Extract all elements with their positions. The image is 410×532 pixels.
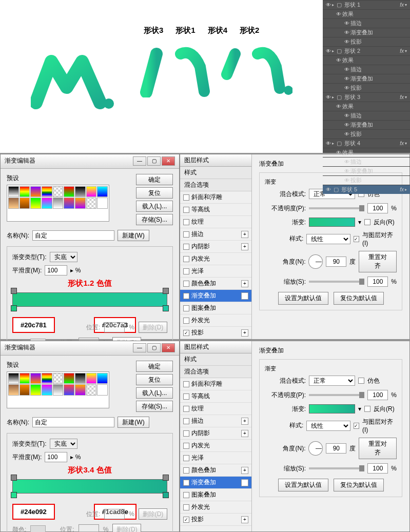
dialog-titlebar[interactable]: 渐变编辑器 — ▢ ✕ bbox=[1, 341, 179, 356]
annotation-text: 形状3.4 色值 bbox=[12, 465, 167, 475]
maximize-button[interactable]: ▢ bbox=[147, 343, 161, 352]
style-list: 图层样式 样式 混合选项 斜面和浮雕 等高线 纹理 描边+ 内阴影+ 内发光 光… bbox=[180, 154, 252, 339]
style-color-overlay[interactable]: 颜色叠加+ bbox=[180, 278, 251, 290]
shape-label-1: 形状1 bbox=[175, 26, 195, 35]
style-select[interactable]: 线性 bbox=[306, 234, 350, 244]
reset-default-button[interactable]: 复位为默认值 bbox=[334, 292, 384, 305]
style-satin[interactable]: 光泽 bbox=[180, 265, 251, 278]
style-drop-shadow[interactable]: ✓投影+ bbox=[180, 327, 251, 339]
layer-shape2[interactable]: 👁▸▢ 形状 2 fx▾ bbox=[323, 46, 410, 55]
opacity-input[interactable] bbox=[367, 203, 388, 213]
smooth-input[interactable] bbox=[45, 265, 67, 275]
gradient-editor-dialog-2: 渐变编辑器 — ▢ ✕ 预设 ⚙ 确定 复位 载入(L)... 存储(S)... bbox=[0, 341, 180, 532]
style-bevel[interactable]: 斜面和浮雕 bbox=[180, 191, 251, 204]
load-button[interactable]: 载入(L)... bbox=[136, 387, 173, 399]
load-button[interactable]: 载入(L)... bbox=[136, 201, 173, 212]
type-label: 渐变类型(T): bbox=[12, 253, 47, 262]
style-header[interactable]: 样式 bbox=[180, 167, 251, 179]
angle-input[interactable] bbox=[326, 257, 346, 267]
style-texture[interactable]: 纹理 bbox=[180, 216, 251, 228]
effect-shadow[interactable]: 👁投影 bbox=[323, 37, 410, 46]
close-button[interactable]: ✕ bbox=[162, 156, 175, 166]
color-swatch[interactable] bbox=[30, 525, 46, 532]
preset-swatches[interactable] bbox=[7, 185, 109, 222]
layer-shape3[interactable]: 👁▸▢ 形状 3 fx▾ bbox=[323, 92, 410, 102]
smooth-input[interactable] bbox=[45, 452, 67, 462]
style-contour[interactable]: 等高线 bbox=[180, 204, 251, 216]
preset-swatches[interactable] bbox=[7, 371, 109, 408]
style-gradient-overlay[interactable]: ✓渐变叠加+ bbox=[180, 290, 251, 302]
logo-canvas: 形状3 形状1 形状4 形状2 bbox=[0, 0, 323, 153]
preset-label: 预设 bbox=[7, 174, 19, 183]
style-pattern-overlay[interactable]: 图案叠加 bbox=[180, 302, 251, 314]
scale-slider[interactable] bbox=[309, 281, 364, 283]
delete-button[interactable]: 删除(D) bbox=[139, 322, 167, 333]
save-button[interactable]: 存储(S)... bbox=[136, 214, 173, 225]
save-button[interactable]: 存储(S)... bbox=[136, 401, 173, 412]
set-default-button[interactable]: 设置为默认值 bbox=[278, 292, 328, 305]
layer-shape1[interactable]: 👁 ▸ ▢ 形状 1 fx▾ bbox=[323, 0, 410, 9]
layers-panel[interactable]: 👁 ▸ ▢ 形状 1 fx▾ 👁效果 👁描边 👁渐变叠加 👁投影 👁▸▢ 形状 … bbox=[323, 0, 410, 153]
effects-row[interactable]: 👁效果 bbox=[323, 9, 410, 18]
cancel-button[interactable]: 复位 bbox=[136, 187, 173, 199]
minimize-button[interactable]: — bbox=[133, 156, 146, 166]
visibility-icon[interactable]: 👁 bbox=[325, 2, 332, 8]
shape-label-4: 形状4 bbox=[208, 26, 227, 35]
align-checkbox[interactable]: ✓ bbox=[354, 236, 359, 242]
shape-label-3: 形状3 bbox=[144, 26, 163, 35]
effect-gradient[interactable]: 👁渐变叠加 bbox=[323, 28, 410, 37]
annotation-text: 形状1.2 色值 bbox=[12, 279, 167, 288]
svg-point-0 bbox=[104, 98, 114, 109]
decomposed-shapes bbox=[139, 46, 292, 97]
scale-input[interactable] bbox=[367, 277, 388, 287]
style-inner-shadow[interactable]: 内阴影+ bbox=[180, 241, 251, 253]
blend-header[interactable]: 混合选项 bbox=[180, 179, 251, 191]
close-button[interactable]: ✕ bbox=[162, 343, 175, 352]
maximize-button[interactable]: ▢ bbox=[147, 156, 161, 166]
color-value-1: #24e092 bbox=[12, 504, 55, 520]
ok-button[interactable]: 确定 bbox=[136, 174, 173, 185]
gradient-preview[interactable] bbox=[309, 218, 355, 227]
layer-shape4[interactable]: 👁▸▢ 形状 4 fx▾ bbox=[323, 139, 410, 148]
smooth-label: 平滑度(M): bbox=[12, 266, 42, 275]
type-select[interactable]: 实底 bbox=[50, 252, 77, 262]
type-select[interactable]: 实底 bbox=[50, 439, 77, 449]
gradient-editor-dialog-1: 渐变编辑器 — ▢ ✕ 预设 ⚙ 确定 复位 载入(L)... 存储(S)... bbox=[0, 154, 180, 340]
layer-shape5-selected[interactable]: 👁▢ 形状 5 fx▸ bbox=[323, 185, 410, 194]
color-value-1: #20c781 bbox=[12, 317, 55, 333]
new-button[interactable]: 新建(W) bbox=[118, 230, 149, 241]
logo-m-shape bbox=[31, 46, 118, 113]
opacity-slider[interactable] bbox=[309, 207, 364, 209]
name-label: 名称(N): bbox=[7, 231, 29, 240]
angle-dial[interactable] bbox=[308, 254, 323, 269]
minimize-button[interactable]: — bbox=[133, 343, 146, 352]
shape-label-2: 形状2 bbox=[240, 26, 259, 35]
layer-style-dialog-2: 图层样式 样式 混合选项 斜面和浮雕 等高线 纹理 描边+ 内阴影+ 内发光 光… bbox=[180, 341, 410, 532]
reset-align-button[interactable]: 重置对齐 bbox=[359, 251, 397, 272]
dialog-titlebar[interactable]: 渐变编辑器 — ▢ ✕ bbox=[1, 154, 179, 169]
shape-layer-icon: ▢ bbox=[335, 2, 343, 9]
reverse-checkbox[interactable] bbox=[364, 219, 370, 225]
style-inner-glow[interactable]: 内发光 bbox=[180, 253, 251, 265]
new-button[interactable]: 新建(W) bbox=[118, 417, 149, 428]
gradient-bar[interactable] bbox=[12, 292, 167, 307]
cancel-button[interactable]: 复位 bbox=[136, 374, 173, 385]
style-outer-glow[interactable]: 外发光 bbox=[180, 314, 251, 327]
shape-labels-row: 形状3 形状1 形状4 形状2 bbox=[144, 26, 259, 35]
gradient-bar[interactable] bbox=[12, 479, 167, 494]
style-stroke[interactable]: 描边+ bbox=[180, 228, 251, 241]
ok-button[interactable]: 确定 bbox=[136, 361, 173, 372]
effect-stroke[interactable]: 👁描边 bbox=[323, 18, 410, 28]
name-input[interactable] bbox=[32, 417, 114, 427]
name-input[interactable] bbox=[32, 230, 114, 241]
